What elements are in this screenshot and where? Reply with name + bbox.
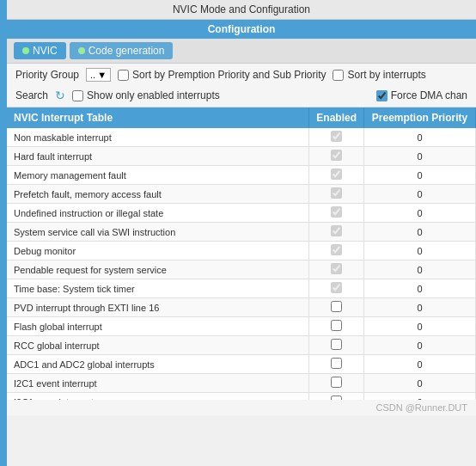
sort-interrupts-checkbox[interactable] — [333, 70, 344, 81]
interrupt-enabled-checkbox[interactable] — [331, 395, 342, 400]
show-enabled-checkbox[interactable] — [72, 90, 83, 101]
table-row: Debug monitor0 — [7, 242, 476, 261]
interrupt-enabled-checkbox[interactable] — [331, 225, 342, 236]
tab-code-dot — [78, 47, 85, 54]
interrupt-name: I2C1 event interrupt — [7, 374, 309, 393]
interrupt-priority-cell: 0 — [364, 147, 476, 166]
interrupt-enabled-checkbox[interactable] — [331, 339, 342, 350]
refresh-icon[interactable]: ↻ — [55, 89, 65, 102]
show-enabled-label: Show only enabled interrupts — [87, 89, 220, 101]
window-title: NVIC Mode and Configuration — [7, 0, 476, 20]
interrupt-enabled-cell[interactable] — [309, 185, 364, 204]
interrupt-enabled-cell[interactable] — [309, 336, 364, 355]
interrupt-name: Hard fault interrupt — [7, 147, 309, 166]
interrupt-enabled-checkbox[interactable] — [331, 320, 342, 331]
interrupt-name: Undefined instruction or illegal state — [7, 204, 309, 223]
interrupt-enabled-cell[interactable] — [309, 147, 364, 166]
toolbar-row1: Priority Group .. ▼ Sort by Premption Pr… — [15, 68, 467, 82]
toolbar: Priority Group .. ▼ Sort by Premption Pr… — [7, 64, 476, 107]
interrupt-enabled-cell[interactable] — [309, 374, 364, 393]
interrupt-enabled-checkbox[interactable] — [331, 244, 342, 255]
interrupt-name: Pendable request for system service — [7, 261, 309, 279]
interrupt-enabled-cell[interactable] — [309, 317, 364, 336]
tab-nvic[interactable]: NVIC — [14, 42, 66, 59]
interrupt-enabled-cell[interactable] — [309, 242, 364, 261]
priority-group-dropdown[interactable]: .. ▼ — [86, 68, 111, 82]
interrupt-enabled-cell[interactable] — [309, 279, 364, 298]
config-header: Configuration — [7, 20, 476, 39]
interrupt-enabled-checkbox[interactable] — [331, 377, 342, 388]
interrupt-enabled-checkbox[interactable] — [331, 150, 342, 161]
interrupt-enabled-cell[interactable] — [309, 298, 364, 317]
interrupt-enabled-checkbox[interactable] — [331, 263, 342, 274]
interrupt-enabled-cell[interactable] — [309, 204, 364, 223]
search-label: Search — [15, 89, 48, 101]
dropdown-arrow-icon: ▼ — [97, 70, 107, 80]
table-row: Pendable request for system service0 — [7, 261, 476, 279]
interrupt-name: System service call via SWI instruction — [7, 223, 309, 242]
interrupt-priority-cell: 0 — [364, 298, 476, 317]
interrupt-name: Memory management fault — [7, 166, 309, 185]
sort-interrupts-label: Sort by interrupts — [347, 69, 425, 81]
interrupt-name: Prefetch fault, memory access fault — [7, 185, 309, 204]
interrupt-name: RCC global interrupt — [7, 336, 309, 355]
interrupt-enabled-checkbox[interactable] — [331, 206, 342, 218]
interrupt-enabled-cell[interactable] — [309, 261, 364, 279]
priority-group-label: Priority Group — [15, 69, 79, 81]
interrupt-name: ADC1 and ADC2 global interrupts — [7, 355, 309, 374]
table-body: Non maskable interrupt0Hard fault interr… — [7, 128, 476, 400]
interrupt-name: Time base: System tick timer — [7, 279, 309, 298]
table-row: Prefetch fault, memory access fault0 — [7, 185, 476, 204]
left-bar — [0, 0, 7, 466]
interrupt-priority-cell: 0 — [364, 166, 476, 185]
interrupt-priority-cell: 0 — [364, 336, 476, 355]
watermark-text: CSDN @Runner.DUT — [375, 402, 467, 413]
config-header-text: Configuration — [208, 23, 276, 35]
interrupt-name: I2C1 error interrupt — [7, 393, 309, 401]
table-row: PVD interrupt through EXTI line 160 — [7, 298, 476, 317]
table-row: Hard fault interrupt0 — [7, 147, 476, 166]
interrupt-priority-cell: 0 — [364, 204, 476, 223]
interrupt-table: NVIC Interrupt Table Enabled Preemption … — [7, 107, 476, 400]
table-row: Flash global interrupt0 — [7, 317, 476, 336]
table-row: I2C1 error interrupt0 — [7, 393, 476, 401]
interrupt-priority-cell: 0 — [364, 185, 476, 204]
sort-preemption-checkbox[interactable] — [118, 70, 129, 81]
interrupt-enabled-checkbox[interactable] — [331, 131, 342, 142]
table-row: Memory management fault0 — [7, 166, 476, 185]
table-row: Time base: System tick timer0 — [7, 279, 476, 298]
table-row: I2C1 event interrupt0 — [7, 374, 476, 393]
table-row: RCC global interrupt0 — [7, 336, 476, 355]
toolbar-row2: Search ↻ Show only enabled interrupts Fo… — [15, 89, 467, 102]
interrupt-enabled-checkbox[interactable] — [331, 169, 342, 180]
interrupt-name: Flash global interrupt — [7, 317, 309, 336]
force-dma-checkbox[interactable] — [376, 90, 388, 101]
interrupt-enabled-checkbox[interactable] — [331, 358, 342, 369]
tab-nvic-label: NVIC — [33, 45, 58, 57]
window-title-text: NVIC Mode and Configuration — [173, 3, 310, 15]
interrupt-enabled-cell[interactable] — [309, 393, 364, 401]
tab-code-generation[interactable]: Code generation — [70, 42, 174, 59]
interrupt-priority-cell: 0 — [364, 279, 476, 298]
interrupt-priority-cell: 0 — [364, 355, 476, 374]
interrupt-enabled-cell[interactable] — [309, 223, 364, 242]
table-header-row: NVIC Interrupt Table Enabled Preemption … — [7, 107, 476, 128]
table-row: System service call via SWI instruction0 — [7, 223, 476, 242]
interrupt-enabled-cell[interactable] — [309, 128, 364, 147]
interrupt-priority-cell: 0 — [364, 393, 476, 401]
interrupt-enabled-cell[interactable] — [309, 355, 364, 374]
interrupt-enabled-checkbox[interactable] — [331, 282, 342, 293]
table-row: ADC1 and ADC2 global interrupts0 — [7, 355, 476, 374]
interrupt-enabled-cell[interactable] — [309, 166, 364, 185]
col-header-priority: Preemption Priority — [364, 107, 476, 128]
watermark: CSDN @Runner.DUT — [7, 400, 476, 415]
table-row: Non maskable interrupt0 — [7, 128, 476, 147]
interrupt-enabled-checkbox[interactable] — [331, 187, 342, 199]
tab-code-label: Code generation — [88, 45, 165, 57]
interrupt-priority-cell: 0 — [364, 374, 476, 393]
col-header-enabled: Enabled — [309, 107, 364, 128]
interrupt-name: Non maskable interrupt — [7, 128, 309, 147]
interrupt-priority-cell: 0 — [364, 261, 476, 279]
sort-preemption-group: Sort by Premption Priority and Sub Prior… — [118, 69, 326, 81]
interrupt-enabled-checkbox[interactable] — [331, 301, 342, 312]
